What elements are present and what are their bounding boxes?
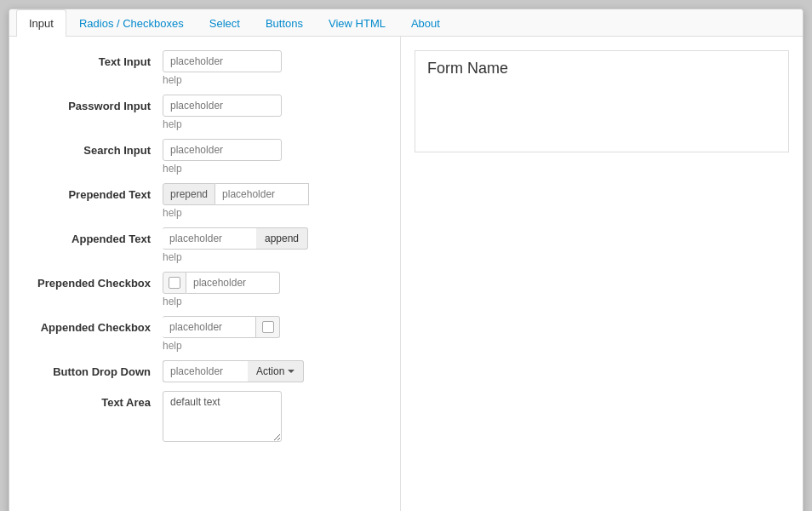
appended-text-label: Appended Text xyxy=(26,227,163,245)
prepended-checkbox-help: help xyxy=(163,296,383,307)
prepended-text-wrap: prepend help xyxy=(163,183,383,219)
prepend-addon: prepend xyxy=(163,183,215,205)
prepended-text-row: Prepended Text prepend help xyxy=(26,183,383,219)
text-area-wrap: default text xyxy=(163,391,383,445)
form-name-box: Form Name xyxy=(415,50,789,152)
appended-text-row: Appended Text append help xyxy=(26,227,383,263)
search-input-label: Search Input xyxy=(26,139,163,157)
text-input-wrap: help xyxy=(163,50,383,86)
prepended-checkbox-row: Prepended Checkbox help xyxy=(26,272,383,307)
button-dropdown-wrap: Action xyxy=(163,360,383,382)
appended-checkbox-wrap: help xyxy=(163,316,383,352)
password-input-label: Password Input xyxy=(26,95,163,112)
appended-text-field[interactable] xyxy=(163,227,256,250)
appended-checkbox-field[interactable] xyxy=(163,316,256,338)
button-dropdown-field[interactable] xyxy=(163,360,248,382)
password-input-help: help xyxy=(163,118,383,130)
button-dropdown-label: Button Drop Down xyxy=(26,360,163,378)
tab-input[interactable]: Input xyxy=(16,9,66,37)
password-input-row: Password Input help xyxy=(26,95,383,130)
prepended-text-help: help xyxy=(163,207,383,219)
text-area-label: Text Area xyxy=(26,391,163,409)
prepended-text-label: Prepended Text xyxy=(26,183,163,201)
left-panel: Text Input help Password Input help Sear… xyxy=(9,37,401,511)
button-dropdown-row: Button Drop Down Action xyxy=(26,360,383,382)
main-window: Input Radios / Checkboxes Select Buttons… xyxy=(9,9,803,511)
prepend-text-group: prepend xyxy=(163,183,383,205)
checkbox-icon-append xyxy=(262,321,274,333)
prepended-checkbox-label: Prepended Checkbox xyxy=(26,272,163,290)
tab-about[interactable]: About xyxy=(398,9,453,37)
prepended-checkbox-wrap: help xyxy=(163,272,383,307)
tab-select[interactable]: Select xyxy=(197,9,253,37)
button-dropdown-group: Action xyxy=(163,360,383,382)
password-input-field[interactable] xyxy=(163,95,282,117)
dropdown-button[interactable]: Action xyxy=(248,360,304,382)
appended-text-wrap: append help xyxy=(163,227,383,263)
prepended-checkbox-field[interactable] xyxy=(186,272,280,294)
text-input-help: help xyxy=(163,74,383,86)
main-content: Text Input help Password Input help Sear… xyxy=(9,37,803,511)
search-input-row: Search Input help xyxy=(26,139,383,175)
dropdown-button-label: Action xyxy=(256,365,284,377)
search-input-wrap: help xyxy=(163,139,383,175)
password-input-wrap: help xyxy=(163,95,383,130)
tab-bar: Input Radios / Checkboxes Select Buttons… xyxy=(9,9,803,37)
append-checkbox-group xyxy=(163,316,383,338)
search-input-field[interactable] xyxy=(163,139,282,161)
tab-radios-checkboxes[interactable]: Radios / Checkboxes xyxy=(66,9,197,37)
prepended-text-field[interactable] xyxy=(215,183,309,205)
text-input-row: Text Input help xyxy=(26,50,383,86)
append-button[interactable]: append xyxy=(256,227,308,250)
append-text-group: append xyxy=(163,227,383,250)
tab-view-html[interactable]: View HTML xyxy=(316,9,398,37)
dropdown-caret-icon xyxy=(288,370,294,373)
text-area-row: Text Area default text xyxy=(26,391,383,445)
append-checkbox-addon[interactable] xyxy=(256,316,280,338)
appended-checkbox-row: Appended Checkbox help xyxy=(26,316,383,352)
right-panel: Form Name xyxy=(401,37,803,511)
text-area-field[interactable]: default text xyxy=(163,391,282,442)
tab-buttons[interactable]: Buttons xyxy=(253,9,316,37)
search-input-help: help xyxy=(163,163,383,175)
appended-checkbox-help: help xyxy=(163,340,383,352)
text-input-field[interactable] xyxy=(163,50,282,72)
prepend-checkbox-addon[interactable] xyxy=(163,272,186,294)
prepend-checkbox-group xyxy=(163,272,383,294)
text-input-label: Text Input xyxy=(26,50,163,68)
appended-text-help: help xyxy=(163,251,383,263)
checkbox-icon-prepend xyxy=(169,277,180,289)
appended-checkbox-label: Appended Checkbox xyxy=(26,316,163,334)
